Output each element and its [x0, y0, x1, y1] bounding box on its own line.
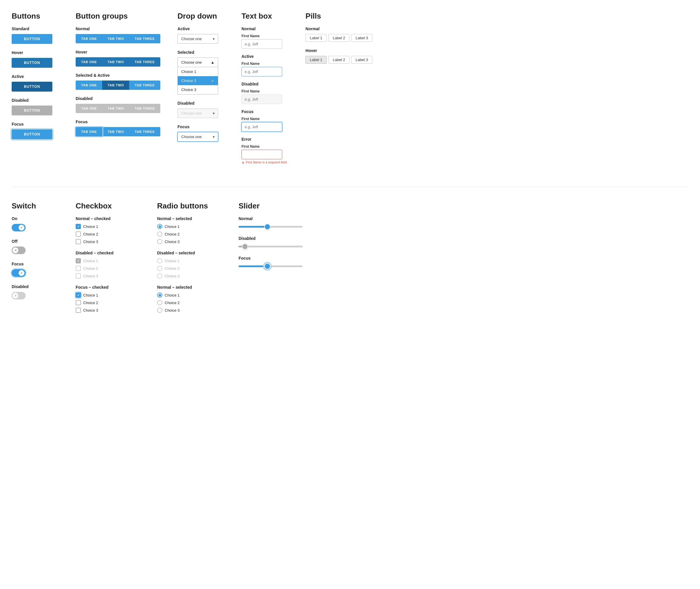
- dropdown-selected-group: Selected Choose one ▲ Choice 1 Choice 2 …: [177, 50, 224, 94]
- checkbox-focus-1[interactable]: ✓ Choice 1: [76, 292, 140, 298]
- pill-2-hover[interactable]: Label 2: [328, 56, 350, 64]
- dropdown-selected-label: Selected: [177, 50, 224, 55]
- buttons-column: Buttons Standard BUTTON Hover BUTTON Act…: [12, 12, 58, 169]
- textbox-active-input[interactable]: [242, 67, 282, 76]
- radio-normal2-2[interactable]: Choice 2: [157, 300, 221, 305]
- radio-disabled-3: Choice 3: [157, 273, 221, 278]
- pill-2-normal[interactable]: Label 2: [328, 34, 350, 42]
- switch-on[interactable]: ✓: [12, 224, 26, 231]
- tab-two-hover[interactable]: TAB TWO: [102, 57, 129, 66]
- tab-two-normal[interactable]: TAB TWO: [102, 34, 129, 43]
- radio-circle-selected2[interactable]: [157, 292, 162, 298]
- radio-circle-disabled: [157, 258, 162, 263]
- checkbox-focus-2[interactable]: Choice 2: [76, 300, 140, 305]
- checkbox-normal-3[interactable]: Choice 3: [76, 239, 140, 244]
- button-group-focus: TAB ONE TAB TWO TAB THREE: [76, 127, 160, 136]
- switch-title: Switch: [12, 201, 58, 210]
- button-standard[interactable]: BUTTON: [12, 34, 52, 44]
- dropdown-item-1[interactable]: Choice 1: [178, 67, 218, 76]
- switch-focus-group: Focus ✓: [12, 262, 58, 278]
- checkbox-disabled-group: Disabled – checked ✓ Choice 1 Choice 2 C…: [76, 251, 140, 278]
- radio-normal-3[interactable]: Choice 3: [157, 239, 221, 244]
- slider-normal[interactable]: [239, 224, 303, 230]
- textbox-active-label: Active: [242, 54, 288, 59]
- radio-circle-2[interactable]: [157, 231, 162, 237]
- textbox-normal-group: Normal First Name: [242, 26, 288, 49]
- checkbox-box-3[interactable]: [76, 239, 81, 244]
- check-icon: ✓: [20, 226, 23, 230]
- tab-three-sel-act[interactable]: TAB THREE: [129, 80, 160, 90]
- dropdown-header[interactable]: Choose one ▲: [178, 58, 218, 67]
- tab-one-focus[interactable]: TAB ONE: [76, 127, 103, 136]
- tab-two-focus[interactable]: TAB TWO: [102, 127, 129, 136]
- tab-one-hover[interactable]: TAB ONE: [76, 57, 103, 66]
- switch-focus[interactable]: ✓: [12, 269, 26, 277]
- textbox-error-input[interactable]: [242, 150, 282, 159]
- switch-on-group: On ✓: [12, 216, 58, 233]
- checkbox-column: Checkbox Normal – checked ✓ Choice 1 Cho…: [76, 201, 140, 319]
- textbox-normal-label: Normal: [242, 26, 288, 31]
- radio-normal2-3[interactable]: Choice 3: [157, 308, 221, 313]
- tab-one-disabled: TAB ONE: [76, 104, 103, 113]
- checkbox-box-2[interactable]: [76, 231, 81, 237]
- textbox-disabled-input: [242, 94, 282, 104]
- radio-circle-selected[interactable]: [157, 224, 162, 229]
- radio-circle-3[interactable]: [157, 239, 162, 244]
- pill-1-normal[interactable]: Label 1: [305, 34, 327, 42]
- switch-thumb-off: ✕: [12, 247, 18, 253]
- textbox-normal-input[interactable]: [242, 39, 282, 49]
- tab-three-normal[interactable]: TAB THREE: [129, 34, 160, 43]
- radio-circle2-2[interactable]: [157, 300, 162, 305]
- button-focus[interactable]: BUTTON: [12, 129, 52, 139]
- radio-normal-1[interactable]: Choice 1: [157, 224, 221, 229]
- tab-two-sel-act[interactable]: TAB TWO: [102, 80, 129, 90]
- button-standard-label: Standard: [12, 26, 58, 31]
- slider-disabled-label: Disabled: [239, 236, 303, 241]
- checkbox-normal-1[interactable]: ✓ Choice 1: [76, 224, 140, 229]
- pill-3-hover[interactable]: Label 3: [351, 56, 373, 64]
- button-group-normal: TAB ONE TAB TWO TAB THREE: [76, 34, 160, 43]
- button-active-group: Active BUTTON: [12, 74, 58, 91]
- tab-one-normal[interactable]: TAB ONE: [76, 34, 103, 43]
- x-icon-disabled: ✕: [14, 294, 17, 298]
- tab-one-sel-act[interactable]: TAB ONE: [76, 80, 103, 90]
- check-icon-disabled: ✓: [77, 259, 80, 263]
- checkbox-label-focus-1: Choice 1: [83, 293, 98, 298]
- textbox-label-disabled: First Name: [242, 89, 288, 93]
- textbox-error-label: Error: [242, 137, 288, 142]
- checkbox-box-focus-2[interactable]: [76, 300, 81, 305]
- radio-normal-2[interactable]: Choice 2: [157, 231, 221, 237]
- dropdown-selected-open[interactable]: Choose one ▲ Choice 1 Choice 2 ✓ Choice …: [177, 57, 218, 94]
- checkmark-icon: ✓: [211, 78, 215, 83]
- switch-off[interactable]: ✕: [12, 246, 26, 254]
- radio-circle-disabled-2: [157, 266, 162, 271]
- textbox-focus-input[interactable]: [242, 122, 282, 132]
- button-active[interactable]: BUTTON: [12, 82, 52, 91]
- slider-focus[interactable]: [239, 263, 303, 269]
- slider-thumb-normal[interactable]: [264, 224, 271, 230]
- slider-track-normal: [239, 226, 303, 228]
- dropdown-item-2[interactable]: Choice 2 ✓: [178, 76, 218, 85]
- button-hover[interactable]: BUTTON: [12, 58, 52, 68]
- radio-label2-1: Choice 1: [165, 293, 179, 298]
- checkbox-box-checked[interactable]: ✓: [76, 224, 81, 229]
- textbox-label-normal: First Name: [242, 34, 288, 38]
- checkbox-normal-2[interactable]: Choice 2: [76, 231, 140, 237]
- checkbox-box-focus-3[interactable]: [76, 308, 81, 313]
- radio-normal2-1[interactable]: Choice 1: [157, 292, 221, 298]
- checkbox-disabled-2: Choice 2: [76, 266, 140, 271]
- dropdown-focus[interactable]: Choose one Choice 1 Choice 2 Choice 3: [177, 132, 218, 142]
- pill-1-hover[interactable]: Label 1: [305, 56, 327, 64]
- dropdown-item-3[interactable]: Choice 3: [178, 85, 218, 94]
- pill-3-normal[interactable]: Label 3: [351, 34, 373, 42]
- button-disabled-group: Disabled BUTTON: [12, 98, 58, 116]
- checkbox-box-focus-checked[interactable]: ✓: [76, 292, 81, 298]
- tab-three-hover[interactable]: TAB THREE: [129, 57, 160, 66]
- slider-focus-group: Focus: [239, 256, 303, 269]
- tab-three-focus[interactable]: TAB THREE: [129, 127, 160, 136]
- checkbox-focus-label: Focus – checked: [76, 285, 140, 289]
- slider-thumb-focus[interactable]: [264, 263, 271, 269]
- checkbox-focus-3[interactable]: Choice 3: [76, 308, 140, 313]
- dropdown-active[interactable]: Choose one Choice 1 Choice 2 Choice 3: [177, 34, 218, 44]
- radio-circle2-3[interactable]: [157, 308, 162, 313]
